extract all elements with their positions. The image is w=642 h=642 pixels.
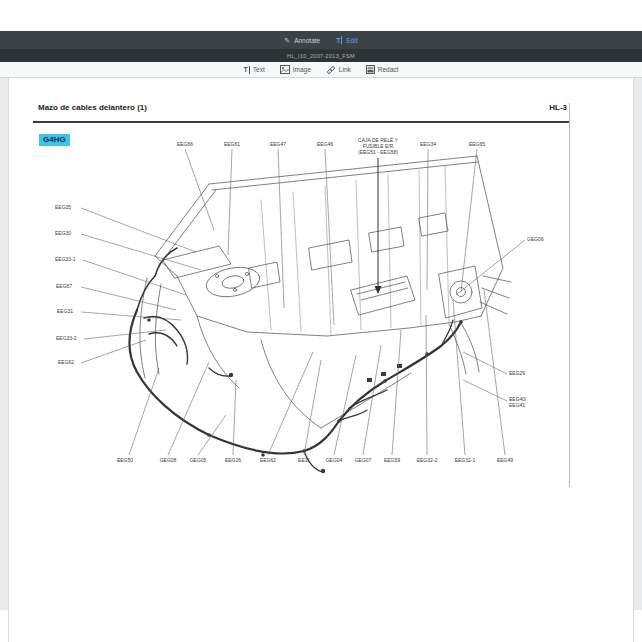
leader-line bbox=[81, 234, 201, 270]
annotate-tab-label: Annotate bbox=[294, 37, 320, 44]
annotate-tab[interactable]: ✎ Annotate bbox=[284, 37, 320, 44]
leader-line bbox=[363, 345, 381, 455]
diagram-label: EEG26 bbox=[225, 457, 241, 463]
document-title: HL_I10_2007-2013_FSM bbox=[287, 53, 355, 59]
leader-line bbox=[81, 208, 196, 252]
leader-line bbox=[268, 352, 313, 455]
diagram-label: GEG08 bbox=[160, 457, 177, 463]
diagram-label: EEG31 bbox=[57, 308, 73, 314]
diagram-label: EEG49 bbox=[497, 457, 513, 463]
link-tool-button[interactable]: Link bbox=[326, 65, 351, 75]
leader-line bbox=[278, 149, 284, 308]
diagram-label: EEG67 bbox=[56, 283, 72, 289]
leader-line bbox=[484, 290, 505, 455]
leader-line bbox=[456, 240, 525, 295]
diagram-label: EEG66 bbox=[177, 141, 193, 147]
diagram-label: EEG34 bbox=[420, 141, 436, 147]
diagram-label: EEG46 bbox=[317, 141, 333, 147]
leader-line bbox=[228, 149, 232, 255]
text-cursor-icon: T bbox=[336, 36, 342, 44]
diagram-label: EEG47 bbox=[270, 141, 286, 147]
diagram-label: EEG33-2 bbox=[56, 335, 77, 341]
edit-tab-label: Edit bbox=[346, 37, 357, 44]
diagram-label: (EEG51 - EEG58) bbox=[358, 149, 398, 155]
diagram-label: EEG59 bbox=[384, 457, 400, 463]
document-title-bar: HL_I10_2007-2013_FSM bbox=[0, 49, 642, 62]
wiring-harness bbox=[130, 248, 462, 472]
diagram-label: EEG30 bbox=[55, 230, 71, 236]
diagram-label: EEG32-1 bbox=[455, 457, 476, 463]
leader-line bbox=[453, 300, 465, 455]
diagram-label: GEG07 bbox=[355, 457, 372, 463]
image-icon bbox=[280, 65, 290, 74]
diagram-label: EEG62 bbox=[260, 457, 276, 463]
diagram-label: EE11 bbox=[298, 457, 310, 463]
leader-line bbox=[198, 415, 226, 455]
leader-line bbox=[168, 362, 209, 455]
leader-line bbox=[81, 340, 146, 363]
leader-line bbox=[463, 380, 507, 401]
image-tool-label: Image bbox=[293, 66, 311, 73]
diagram-label: EEG62 bbox=[58, 359, 74, 365]
leader-line bbox=[427, 149, 428, 290]
redact-icon bbox=[366, 65, 375, 74]
leader-line bbox=[84, 330, 166, 339]
leader-line bbox=[83, 260, 186, 295]
edit-tools-toolbar: T Text Image Link Redact bbox=[0, 62, 642, 78]
leader-line bbox=[81, 312, 181, 320]
diagram-label: EEG41 bbox=[509, 402, 525, 408]
image-tool-button[interactable]: Image bbox=[280, 65, 311, 74]
car-body-line-art bbox=[140, 156, 511, 428]
link-icon bbox=[326, 65, 336, 75]
diagram-label: GEG04 bbox=[326, 457, 343, 463]
diagram-label: EEG50 bbox=[117, 457, 133, 463]
leader-line bbox=[392, 330, 401, 455]
pdf-page[interactable]: Mazo de cables delantero (1) HL-3 G4HG bbox=[8, 78, 634, 642]
leader-line bbox=[426, 315, 427, 455]
wiring-diagram: EEG66EEG61EEG47EEG46CAJA DE RELÉ YFUSIBL… bbox=[9, 78, 635, 548]
leader-line bbox=[461, 149, 477, 292]
text-tool-button[interactable]: T Text bbox=[244, 66, 265, 74]
diagram-label: EEG61 bbox=[224, 141, 240, 147]
diagram-label: EEG65 bbox=[469, 141, 485, 147]
redact-tool-button[interactable]: Redact bbox=[366, 65, 399, 74]
leader-line bbox=[304, 360, 321, 455]
relay-box-arrow bbox=[375, 158, 382, 294]
leader-line bbox=[81, 287, 176, 310]
leader-line bbox=[463, 352, 507, 374]
leader-line bbox=[129, 368, 159, 455]
link-tool-label: Link bbox=[339, 66, 351, 73]
leader-line bbox=[185, 149, 214, 230]
pencil-icon: ✎ bbox=[284, 37, 290, 44]
redact-tool-label: Redact bbox=[378, 66, 399, 73]
diagram-label: EEG33-1 bbox=[55, 256, 76, 262]
diagram-label: EEG32-2 bbox=[417, 457, 438, 463]
text-tool-label: Text bbox=[253, 66, 265, 73]
diagram-label: EEG35 bbox=[55, 204, 71, 210]
window-titlebar bbox=[0, 0, 642, 31]
mode-toolbar: ✎ Annotate T Edit bbox=[0, 31, 642, 49]
diagram-label: GEG05 bbox=[190, 457, 207, 463]
diagram-label: EEG29 bbox=[509, 370, 525, 376]
edit-tab[interactable]: T Edit bbox=[336, 36, 357, 44]
diagram-label: GEG06 bbox=[527, 236, 544, 242]
text-icon: T bbox=[244, 66, 250, 74]
